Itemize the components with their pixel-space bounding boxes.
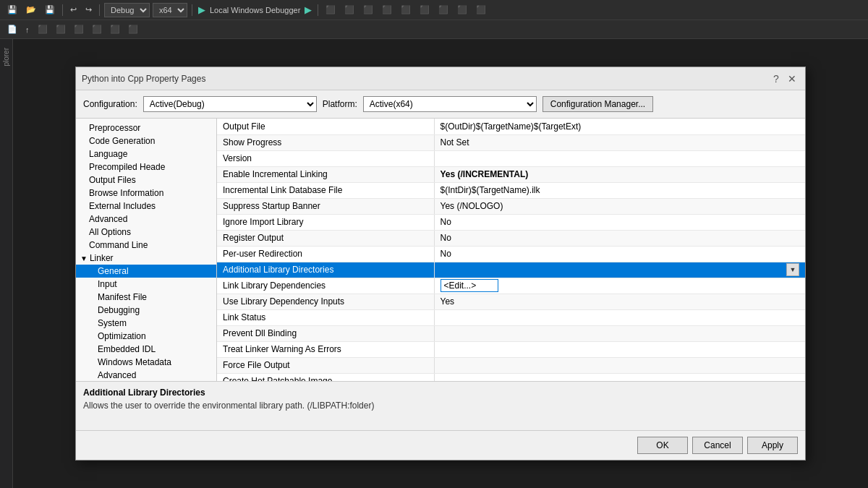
description-title: Additional Library Directories bbox=[83, 388, 798, 398]
save-all-button[interactable]: 💾 bbox=[42, 4, 58, 16]
prop-name: Enable Incremental Linking bbox=[217, 166, 434, 182]
tree-item-general[interactable]: General bbox=[76, 265, 216, 278]
table-row[interactable]: Output File$(OutDir)$(TargetName)$(Targe… bbox=[217, 119, 805, 134]
edit-value[interactable]: <Edit...> bbox=[441, 279, 498, 292]
tree-item-system[interactable]: System bbox=[76, 317, 216, 330]
tree-item-language[interactable]: Language bbox=[76, 147, 216, 160]
table-row[interactable]: Link Status bbox=[217, 309, 805, 325]
cancel-button[interactable]: Cancel bbox=[692, 437, 743, 454]
solution-explorer-label: plorer bbox=[2, 48, 10, 67]
toolbar-misc-4[interactable]: ⬛ bbox=[379, 4, 395, 16]
prop-value: Not Set bbox=[434, 134, 805, 150]
undo-button[interactable]: ↩ bbox=[67, 4, 80, 16]
tree-item-label: Manifest File bbox=[98, 292, 147, 302]
toolbar-misc-3[interactable]: ⬛ bbox=[360, 4, 376, 16]
sec-btn-8[interactable]: ⬛ bbox=[125, 23, 141, 35]
tree-item-label: Debugging bbox=[98, 305, 140, 315]
prop-name: Link Status bbox=[217, 309, 434, 325]
prop-value bbox=[434, 150, 805, 166]
table-row[interactable]: Enable Incremental LinkingYes (/INCREMEN… bbox=[217, 166, 805, 182]
toolbar-misc-8[interactable]: ⬛ bbox=[454, 4, 470, 16]
dialog-title: Python into Cpp Property Pages bbox=[82, 74, 205, 84]
tree-item-label: Optimization bbox=[98, 331, 146, 341]
table-row[interactable]: Additional Library Directories▼ bbox=[217, 262, 805, 278]
sec-btn-4[interactable]: ⬛ bbox=[53, 23, 69, 35]
sec-btn-2[interactable]: ↑ bbox=[22, 24, 33, 35]
prop-value: No bbox=[434, 214, 805, 230]
debug-config-dropdown[interactable]: Debug bbox=[104, 3, 150, 17]
tree-item-linker[interactable]: ▼Linker bbox=[76, 252, 216, 265]
tree-item-all-options[interactable]: All Options bbox=[76, 226, 216, 239]
prop-value: $(OutDir)$(TargetName)$(TargetExt) bbox=[434, 119, 805, 134]
tree-item-label: System bbox=[98, 318, 127, 328]
table-row[interactable]: Prevent Dll Binding bbox=[217, 325, 805, 341]
tree-item-browse-information[interactable]: Browse Information bbox=[76, 187, 216, 200]
prop-name: Ignore Import Library bbox=[217, 214, 434, 230]
arch-dropdown[interactable]: x64 bbox=[153, 3, 187, 17]
table-row[interactable]: Per-user RedirectionNo bbox=[217, 246, 805, 262]
tree-item-manifest-file[interactable]: Manifest File bbox=[76, 291, 216, 304]
prop-name: Suppress Startup Banner bbox=[217, 198, 434, 214]
tree-item-external-includes[interactable]: External Includes bbox=[76, 200, 216, 213]
tree-item-precompiled-heade[interactable]: Precompiled Heade bbox=[76, 160, 216, 174]
toolbar-misc-5[interactable]: ⬛ bbox=[398, 4, 414, 16]
toolbar-misc-1[interactable]: ⬛ bbox=[323, 4, 339, 16]
table-row[interactable]: Incremental Link Database File$(IntDir)$… bbox=[217, 182, 805, 198]
prop-name: Show Progress bbox=[217, 134, 434, 150]
config-label: Configuration: bbox=[83, 99, 137, 109]
save-button[interactable]: 💾 bbox=[4, 4, 20, 16]
separator-4 bbox=[318, 4, 318, 16]
ok-button[interactable]: OK bbox=[637, 437, 688, 454]
table-row[interactable]: Show ProgressNot Set bbox=[217, 134, 805, 150]
table-row[interactable]: Suppress Startup BannerYes (/NOLOGO) bbox=[217, 198, 805, 214]
run-target-label: Local Windows Debugger bbox=[210, 6, 300, 14]
table-row[interactable]: Register OutputNo bbox=[217, 230, 805, 246]
tree-item-embedded-idl[interactable]: Embedded IDL bbox=[76, 343, 216, 356]
table-row[interactable]: Link Library Dependencies<Edit...> bbox=[217, 278, 805, 294]
config-dropdown[interactable]: Active(Debug) bbox=[143, 96, 317, 112]
main-toolbar: 💾 📂 💾 ↩ ↪ Debug x64 ▶ Local Windows Debu… bbox=[0, 0, 868, 20]
toolbar-misc-7[interactable]: ⬛ bbox=[435, 4, 451, 16]
dropdown-arrow-icon[interactable]: ▼ bbox=[786, 263, 799, 276]
sec-btn-7[interactable]: ⬛ bbox=[107, 23, 123, 35]
redo-button[interactable]: ↪ bbox=[82, 4, 95, 16]
tree-item-advanced[interactable]: Advanced bbox=[76, 213, 216, 226]
run-button[interactable]: ▶ bbox=[197, 4, 207, 15]
tree-item-label: Advanced bbox=[89, 214, 127, 224]
toolbar-misc-2[interactable]: ⬛ bbox=[341, 4, 357, 16]
help-button[interactable]: ? bbox=[769, 72, 783, 86]
sec-btn-1[interactable]: 📄 bbox=[4, 23, 20, 35]
tree-item-optimization[interactable]: Optimization bbox=[76, 330, 216, 343]
tree-item-windows-metadata[interactable]: Windows Metadata bbox=[76, 356, 216, 369]
toolbar-misc-9[interactable]: ⬛ bbox=[473, 4, 489, 16]
separator-1 bbox=[62, 4, 63, 16]
sec-btn-5[interactable]: ⬛ bbox=[71, 23, 87, 35]
table-row[interactable]: Force File Output bbox=[217, 357, 805, 373]
sec-btn-6[interactable]: ⬛ bbox=[89, 23, 105, 35]
property-pages-dialog: Python into Cpp Property Pages ? ✕ Confi… bbox=[75, 67, 806, 461]
tree-item-debugging[interactable]: Debugging bbox=[76, 304, 216, 317]
platform-dropdown[interactable]: Active(x64) bbox=[363, 96, 537, 112]
config-manager-button[interactable]: Configuration Manager... bbox=[542, 96, 653, 112]
apply-button[interactable]: Apply bbox=[747, 437, 798, 454]
table-row[interactable]: Create Hot Patchable Image bbox=[217, 373, 805, 381]
description-panel: Additional Library Directories Allows th… bbox=[76, 381, 805, 430]
table-row[interactable]: Treat Linker Warning As Errors bbox=[217, 341, 805, 357]
tree-item-output-files[interactable]: Output Files bbox=[76, 174, 216, 187]
close-button[interactable]: ✕ bbox=[785, 72, 799, 86]
sec-btn-3[interactable]: ⬛ bbox=[35, 23, 51, 35]
tree-item-advanced[interactable]: Advanced bbox=[76, 369, 216, 381]
tree-item-input[interactable]: Input bbox=[76, 278, 216, 291]
prop-value[interactable]: ▼ bbox=[434, 262, 805, 278]
prop-name: Incremental Link Database File bbox=[217, 182, 434, 198]
tree-item-label: General bbox=[98, 266, 129, 276]
open-button[interactable]: 📂 bbox=[23, 4, 39, 16]
tree-item-command-line[interactable]: Command Line bbox=[76, 239, 216, 252]
tree-item-preprocessor[interactable]: Preprocessor bbox=[76, 121, 216, 134]
table-row[interactable]: Version bbox=[217, 150, 805, 166]
table-row[interactable]: Ignore Import LibraryNo bbox=[217, 214, 805, 230]
table-row[interactable]: Use Library Dependency InputsYes bbox=[217, 294, 805, 309]
toolbar-misc-6[interactable]: ⬛ bbox=[417, 4, 433, 16]
run-config-button[interactable]: ▶ bbox=[303, 4, 313, 15]
tree-item-code-generation[interactable]: Code Generation bbox=[76, 134, 216, 147]
